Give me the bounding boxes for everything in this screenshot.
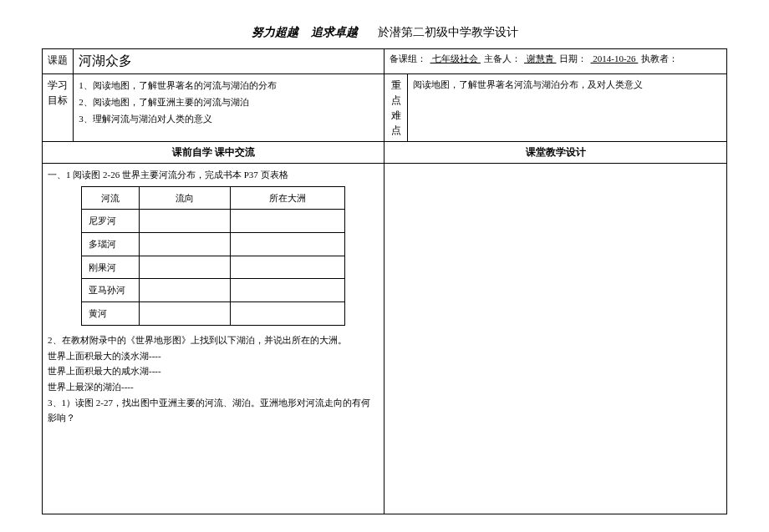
- prestudy-content: 一、1 阅读图 2-26 世界主要河流分布，完成书本 P37 页表格 河流 流向…: [43, 164, 384, 514]
- table-row: 亚马孙河: [82, 279, 345, 302]
- teacher-label: 执教者：: [641, 53, 678, 63]
- teacher-value: [678, 53, 685, 63]
- info-row: 备课组： 七年级社会 主备人： 谢慧青 日期： 2014-10-26 执教者：: [384, 49, 727, 74]
- motto-part1: 努力超越: [252, 26, 298, 38]
- river-dir-cell: [140, 233, 230, 256]
- goal-1: 1、阅读地图，了解世界著名的河流与湖泊的分布: [79, 78, 379, 94]
- river-dir-cell: [140, 256, 230, 279]
- prestudy-header: 课前自学 课中交流: [43, 142, 384, 164]
- lesson-plan-table: 课题 河湖众多 备课组： 七年级社会 主备人： 谢慧青 日期： 2014-10-…: [42, 48, 727, 514]
- table-row: 多瑙河: [82, 233, 345, 256]
- th-river: 河流: [82, 186, 140, 210]
- lake3: 世界上最深的湖泊----: [48, 379, 379, 395]
- river-dir-cell: [140, 302, 230, 326]
- goal-2: 2、阅读地图，了解亚洲主要的河流与湖泊: [79, 94, 379, 111]
- table-row: 刚果河: [82, 256, 345, 279]
- goal-3: 3、理解河流与湖泊对人类的意义: [79, 111, 379, 128]
- th-continent: 所在大洲: [230, 186, 345, 210]
- table-row: 尼罗河: [82, 210, 345, 233]
- river-cont-cell: [230, 210, 345, 233]
- page-header: 努力超越 追求卓越 於潜第二初级中学教学设计: [42, 25, 727, 40]
- river-cont-cell: [230, 233, 345, 256]
- task3: 3、1）读图 2-27，找出图中亚洲主要的河流、湖泊。亚洲地形对河流走向的有何影…: [48, 395, 379, 426]
- river-name: 多瑙河: [82, 233, 140, 256]
- river-cont-cell: [230, 256, 345, 279]
- keypoints-content: 阅读地图，了解世界著名河流与湖泊分布，及对人类意义: [408, 74, 727, 142]
- lake2: 世界上面积最大的咸水湖----: [48, 363, 379, 379]
- school-name: 於潜第二初级中学教学设计: [378, 26, 518, 38]
- river-dir-cell: [140, 210, 230, 233]
- river-name: 黄河: [82, 302, 140, 326]
- lake1: 世界上面积最大的淡水湖----: [48, 348, 379, 364]
- date-value: 2014-10-26: [587, 53, 641, 63]
- topic-value: 河湖众多: [74, 49, 384, 74]
- task2: 2、在教材附录中的《世界地形图》上找到以下湖泊，并说出所在的大洲。: [48, 332, 379, 348]
- date-label: 日期：: [559, 53, 587, 63]
- group-value: 七年级社会: [426, 53, 484, 63]
- river-dir-cell: [140, 279, 230, 302]
- river-table: 河流 流向 所在大洲 尼罗河 多瑙河 刚果河 亚马孙河 黄河: [81, 186, 345, 326]
- task1-intro: 一、1 阅读图 2-26 世界主要河流分布，完成书本 P37 页表格: [48, 167, 379, 183]
- table-row: 黄河: [82, 302, 345, 326]
- preparer-label: 主备人：: [484, 53, 521, 63]
- river-name: 亚马孙河: [82, 279, 140, 302]
- river-name: 刚果河: [82, 256, 140, 279]
- motto-part2: 追求卓越: [311, 26, 358, 38]
- goals-content: 1、阅读地图，了解世界著名的河流与湖泊的分布 2、阅读地图，了解亚洲主要的河流与…: [74, 74, 384, 142]
- preparer-value: 谢慧青: [521, 53, 560, 63]
- th-direction: 流向: [140, 186, 230, 210]
- group-label: 备课组：: [390, 53, 426, 63]
- classroom-content: [384, 164, 727, 514]
- goals-label: 学习目标: [43, 74, 74, 142]
- river-name: 尼罗河: [82, 210, 140, 233]
- classroom-header: 课堂教学设计: [384, 142, 727, 164]
- keypoints-label: 重点难点: [384, 74, 408, 142]
- topic-label: 课题: [43, 49, 74, 74]
- river-cont-cell: [230, 302, 345, 326]
- river-cont-cell: [230, 279, 345, 302]
